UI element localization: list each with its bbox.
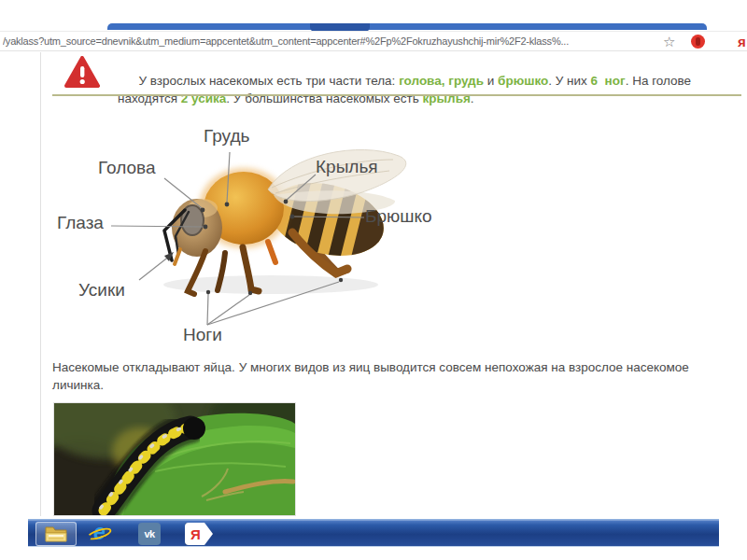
label-legs: Ноги bbox=[183, 325, 222, 345]
taskbar-explorer-button[interactable] bbox=[35, 522, 77, 546]
label-thorax: Грудь bbox=[204, 126, 249, 147]
alert-term-head-thorax: голова, грудь bbox=[399, 74, 484, 88]
yandex-letter: Я bbox=[190, 526, 201, 542]
yandex-browser-icon: Я bbox=[185, 523, 213, 545]
bee-diagram: Грудь Голова Крылья Глаза Брюшко Усики Н… bbox=[51, 122, 462, 352]
label-wings: Крылья bbox=[316, 157, 378, 177]
alert-segment: . У них bbox=[548, 74, 590, 88]
extension-badge-icon[interactable] bbox=[691, 35, 705, 49]
warning-triangle-icon bbox=[63, 56, 101, 90]
bee-illustration bbox=[51, 122, 462, 352]
screenshot-canvas: /yaklass?utm_source=dnevnik&utm_medium=a… bbox=[0, 0, 747, 560]
yandex-partial-icon[interactable]: я bbox=[738, 34, 746, 49]
label-abdomen: Брюшко bbox=[365, 206, 432, 227]
label-antennae: Усики bbox=[78, 280, 125, 301]
windows-taskbar: e vk Я bbox=[28, 519, 719, 547]
bookmark-star-icon[interactable]: ☆ bbox=[663, 33, 675, 51]
folder-icon bbox=[44, 525, 68, 543]
section-divider bbox=[52, 94, 741, 96]
page-left-border bbox=[40, 52, 41, 516]
body-paragraph: Насекомые откладывают яйца. У многих вид… bbox=[52, 358, 745, 394]
browser-address-bar[interactable]: /yaklass?utm_source=dnevnik&utm_medium=a… bbox=[0, 31, 747, 51]
browser-window-top-edge bbox=[107, 23, 707, 30]
alert-box: У взрослых насекомых есть три части тела… bbox=[52, 54, 741, 125]
alert-text: У взрослых насекомых есть три части тела… bbox=[118, 54, 739, 125]
alert-term-legs: 6 ног bbox=[591, 74, 626, 88]
vk-icon: vk bbox=[138, 523, 161, 545]
internet-explorer-icon: e bbox=[87, 522, 115, 546]
alert-term-abdomen: брюшко bbox=[498, 74, 548, 88]
caterpillar-image bbox=[53, 402, 296, 516]
taskbar-vk-button[interactable]: vk bbox=[136, 522, 162, 546]
taskbar-internet-explorer-button[interactable]: e bbox=[84, 522, 118, 546]
alert-segment: У взрослых насекомых есть три части тела… bbox=[139, 74, 400, 88]
label-eyes: Глаза bbox=[57, 213, 104, 233]
url-text[interactable]: /yaklass?utm_source=dnevnik&utm_medium=a… bbox=[3, 35, 652, 47]
taskbar-yandex-button[interactable]: Я bbox=[183, 522, 215, 546]
caterpillar-illustration bbox=[54, 403, 295, 515]
alert-segment: и bbox=[484, 74, 498, 88]
label-head: Голова bbox=[98, 158, 155, 178]
